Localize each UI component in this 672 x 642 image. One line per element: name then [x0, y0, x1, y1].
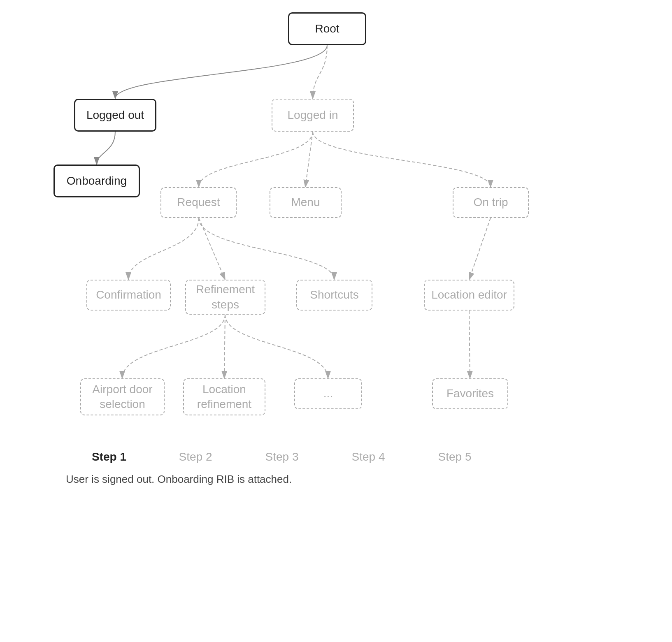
- node-onboarding: Onboarding: [53, 165, 140, 197]
- steps-row: Step 1 Step 2 Step 3 Step 4 Step 5: [66, 450, 498, 464]
- step-4-label: Step 4: [325, 450, 412, 464]
- node-logged-in: Logged in: [272, 99, 354, 132]
- node-location-refinement: Location refinement: [183, 378, 265, 415]
- step-2-label: Step 2: [152, 450, 239, 464]
- node-ellipsis: ...: [294, 378, 362, 409]
- step-description: User is signed out. Onboarding RIB is at…: [66, 473, 292, 486]
- node-menu: Menu: [270, 187, 342, 218]
- diagram-container: Root Logged out Onboarding Logged in Req…: [0, 0, 672, 494]
- node-shortcuts: Shortcuts: [296, 280, 372, 311]
- connections-svg: [0, 0, 672, 494]
- node-refinement-steps: Refinement steps: [185, 280, 265, 315]
- node-root: Root: [288, 12, 366, 45]
- step-1-label: Step 1: [66, 450, 152, 464]
- node-confirmation: Confirmation: [86, 280, 171, 311]
- node-on-trip: On trip: [453, 187, 529, 218]
- node-location-editor: Location editor: [424, 280, 514, 311]
- node-request: Request: [160, 187, 237, 218]
- step-5-label: Step 5: [412, 450, 498, 464]
- node-airport-door: Airport door selection: [80, 378, 165, 415]
- step-3-label: Step 3: [239, 450, 325, 464]
- node-logged-out: Logged out: [74, 99, 156, 132]
- node-favorites: Favorites: [432, 378, 508, 409]
